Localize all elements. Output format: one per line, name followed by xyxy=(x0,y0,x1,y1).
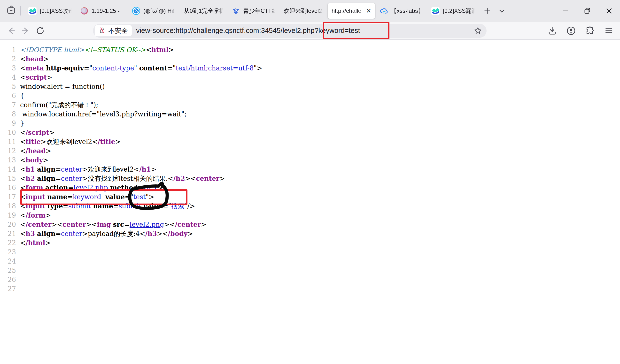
line-code: <input name=keyword value="test"> xyxy=(20,192,154,202)
line-code: window.alert = function() xyxy=(20,82,105,91)
source-line-18: 18<input type=submit name=submit value="… xyxy=(0,202,620,211)
reload-button[interactable] xyxy=(33,24,47,38)
source-line-27: 27 xyxy=(0,284,620,294)
source-line-25: 25 xyxy=(0,266,620,275)
tab-4[interactable]: 从0到1完全掌握 xyxy=(180,3,227,19)
tabs-container: [9.1]XSS攻击1.19-1.25 -(◍´ω`◍) Hi!从0到1完全掌握… xyxy=(24,0,479,22)
tab-1[interactable]: [9.1]XSS攻击 xyxy=(24,3,76,19)
moon-circle-favicon-icon xyxy=(80,7,88,15)
downloads-button[interactable] xyxy=(545,24,559,38)
insecure-lock-icon xyxy=(99,27,106,35)
line-number: 16 xyxy=(0,183,16,192)
line-number: 2 xyxy=(0,54,16,64)
source-line-14: 14<h1 align=center>欢迎来到level2</h1> xyxy=(0,165,620,174)
line-code: confirm("完成的不错！"); xyxy=(20,100,98,110)
line-code: </script> xyxy=(20,128,55,137)
line-number: 1 xyxy=(0,45,16,54)
tab-5[interactable]: 青少年CTF练 xyxy=(228,3,279,19)
line-code: { xyxy=(20,91,24,100)
url-text[interactable]: view-source:http://challenge.qsnctf.com:… xyxy=(136,27,360,35)
ctf-emblem-favicon-icon xyxy=(232,7,240,15)
view-source-content: 1<!DOCTYPE html><!--STATUS OK--><html>2<… xyxy=(0,40,620,364)
line-number: 8 xyxy=(0,110,16,119)
line-number: 20 xyxy=(0,220,16,229)
line-number: 24 xyxy=(0,257,16,266)
restore-button[interactable] xyxy=(576,0,598,22)
forward-button[interactable] xyxy=(18,24,33,38)
tab-7-active[interactable]: http://challe✕ xyxy=(328,3,375,19)
source-line-13: 13<body> xyxy=(0,156,620,165)
source-line-11: 11<title>欢迎来到level2</title> xyxy=(0,137,620,146)
extensions-button[interactable] xyxy=(583,24,597,38)
menu-button[interactable] xyxy=(602,24,616,38)
line-number: 6 xyxy=(0,91,16,100)
line-number: 26 xyxy=(0,275,16,284)
source-line-8: 8 window.location.href="level3.php?writi… xyxy=(0,110,620,119)
source-line-2: 2<head> xyxy=(0,54,620,64)
line-number: 19 xyxy=(0,211,16,220)
line-number: 4 xyxy=(0,73,16,82)
tab-6[interactable]: 欢迎来到level2 xyxy=(280,3,327,19)
line-code: <body> xyxy=(20,156,48,165)
tab-close-icon[interactable]: ✕ xyxy=(366,8,371,14)
source-line-4: 4<script> xyxy=(0,73,620,82)
line-code: <h2 align=center>没有找到和test相关的结果.</h2><ce… xyxy=(20,174,225,183)
new-tab-button[interactable] xyxy=(481,5,494,17)
list-all-tabs-button[interactable] xyxy=(496,5,508,17)
line-number: 3 xyxy=(0,64,16,73)
tab-strip: [9.1]XSS攻击1.19-1.25 -(◍´ω`◍) Hi!从0到1完全掌握… xyxy=(0,0,620,22)
line-code: } xyxy=(20,119,24,128)
source-line-17: 17<input name=keyword value="test"> xyxy=(0,192,620,202)
line-number: 14 xyxy=(0,165,16,174)
line-code: </html> xyxy=(20,238,51,248)
source-line-16: 16<form action=level2.php method=GET> xyxy=(0,183,620,192)
tab-label: 青少年CTF练 xyxy=(243,7,275,15)
tab-3[interactable]: (◍´ω`◍) Hi! xyxy=(128,3,179,19)
account-button[interactable] xyxy=(564,24,578,38)
source-line-26: 26 xyxy=(0,275,620,284)
line-code: <input type=submit name=submit value="搜索… xyxy=(20,202,195,211)
line-number: 21 xyxy=(0,229,16,238)
source-line-22: 22</html> xyxy=(0,238,620,248)
source-line-12: 12</head> xyxy=(0,146,620,156)
site-security-chip[interactable]: 不安全 xyxy=(95,25,132,36)
tab-9[interactable]: [9.2]XSS漏洞 xyxy=(427,3,479,19)
line-number: 11 xyxy=(0,137,16,146)
line-code: </center><center><img src=level2.png></c… xyxy=(20,220,206,229)
minimize-button[interactable] xyxy=(555,0,576,22)
wave-logo-favicon-icon xyxy=(28,7,37,15)
source-line-5: 5window.alert = function() xyxy=(0,82,620,91)
line-number: 13 xyxy=(0,156,16,165)
source-lines: 1<!DOCTYPE html><!--STATUS OK--><html>2<… xyxy=(0,45,620,294)
line-number: 5 xyxy=(0,82,16,91)
back-button[interactable] xyxy=(4,24,18,38)
line-code: <h1 align=center>欢迎来到level2</h1> xyxy=(20,165,156,174)
tab-label: 从0到1完全掌握 xyxy=(184,7,224,15)
tab-label: [9.1]XSS攻击 xyxy=(40,7,72,15)
line-code: <meta http-equiv="content-type" content=… xyxy=(20,64,262,73)
source-line-24: 24 xyxy=(0,257,620,266)
line-number: 10 xyxy=(0,128,16,137)
line-number: 12 xyxy=(0,146,16,156)
tab-2[interactable]: 1.19-1.25 - xyxy=(76,3,128,19)
line-code: <!DOCTYPE html><!--STATUS OK--><html> xyxy=(20,45,174,54)
source-line-1: 1<!DOCTYPE html><!--STATUS OK--><html> xyxy=(0,45,620,54)
tab-8[interactable]: 【xss-labs】 xyxy=(376,3,427,19)
line-code: <form action=level2.php method=GET> xyxy=(20,183,163,192)
line-number: 17 xyxy=(0,192,16,202)
bookmark-star-icon[interactable] xyxy=(473,25,483,36)
line-code: </form> xyxy=(20,211,51,220)
line-code: <title>欢迎来到level2</title> xyxy=(20,137,121,146)
tabstrip-divider xyxy=(20,6,21,15)
url-bar[interactable]: 不安全 view-source:http://challenge.qsnctf.… xyxy=(93,24,487,38)
close-window-button[interactable] xyxy=(598,0,620,22)
line-number: 18 xyxy=(0,202,16,211)
cloud-logo-favicon-icon xyxy=(380,7,388,15)
line-number: 27 xyxy=(0,284,16,294)
line-number: 25 xyxy=(0,266,16,275)
source-line-21: 21<h3 align=center>payload的长度:4</h3></bo… xyxy=(0,229,620,238)
firefox-view-button[interactable] xyxy=(4,4,18,18)
tab-label: (◍´ω`◍) Hi! xyxy=(143,8,176,14)
source-line-15: 15<h2 align=center>没有找到和test相关的结果.</h2><… xyxy=(0,174,620,183)
line-code: <script> xyxy=(20,73,52,82)
